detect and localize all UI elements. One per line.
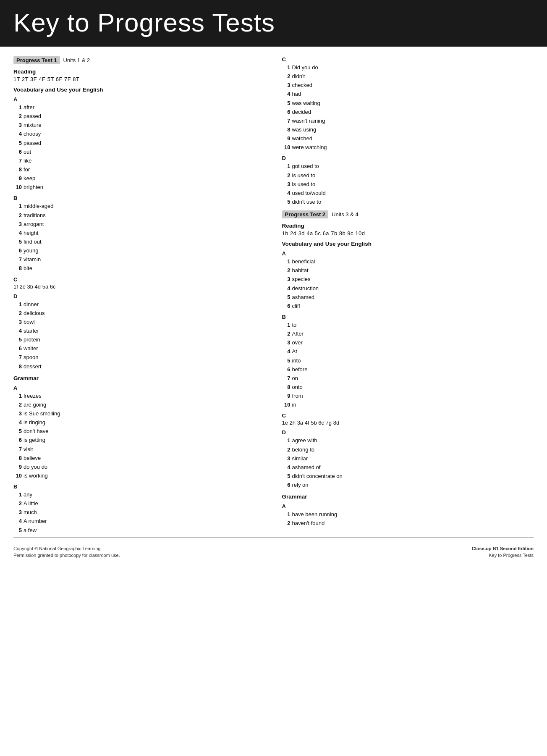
list-item: 8dessert [13,362,265,371]
test2-reading-label: Reading [282,223,534,229]
list-item: 10brighten [13,183,265,192]
test1-vocab-d-list: 1dinner 2delicious 3bowl 4starter 5prote… [13,300,265,371]
footer-copyright: Copyright © National Geographic Learning… [13,545,120,552]
footer-book-title: Close-up B1 Second Edition [472,545,534,552]
test1-grammar-b-label: B [13,483,265,490]
list-item: 4height [13,229,265,237]
list-item: 3arrogant [13,220,265,228]
list-item: 6before [282,365,534,374]
test2-vocab-b-label: B [282,314,534,320]
list-item: 5didn't concentrate on [282,472,534,480]
test2-grammar-a-label: A [282,503,534,509]
list-item: 3much [13,508,265,517]
list-item: 9from [282,392,534,400]
list-item: 3is used to [282,180,534,189]
test1-vocab-b-list: 1middle-aged 2traditions 3arrogant 4heig… [13,202,265,273]
list-item: 6young [13,247,265,255]
test1-reading-answers: 1T 2T 3F 4F 5T 6F 7F 8T [13,76,265,82]
list-item: 5find out [13,238,265,246]
test2-vocab-d-label: D [282,429,534,436]
footer-divider [13,537,534,538]
header: Key to Progress Tests [0,0,547,47]
list-item: 6out [13,148,265,156]
test1-badge: Progress Test 1 [13,56,60,64]
test1-vocab-c-inline: 1f 2e 3b 4d 5a 6c [13,284,265,290]
list-item: 7wasn't raining [282,117,534,125]
list-item: 1Did you do [282,63,534,72]
list-item: 2A little [13,499,265,508]
list-item: 1have been running [282,510,534,519]
grammar-d-label: D [282,155,534,161]
list-item: 6decided [282,108,534,116]
list-item: 3species [282,275,534,284]
list-item: 3bowl [13,318,265,326]
list-item: 5was waiting [282,99,534,108]
test1-vocab-c-label: C [13,276,265,283]
list-item: 1any [13,491,265,499]
test2-vocab-a-list: 1beneficial 2habitat 3species 4destructi… [282,257,534,310]
test1-grammar-label: Grammar [13,375,265,381]
list-item: 5passed [13,139,265,147]
list-item: 1freezes [13,392,265,400]
list-item: 5protein [13,336,265,344]
test1-grammar-a-list: 1freezes 2are going 3is Sue smelling 4is… [13,392,265,480]
list-item: 8was using [282,126,534,134]
list-item: 3over [282,339,534,347]
test1-grammar-b-list: 1any 2A little 3much 4A number 5a few [13,491,265,535]
list-item: 6is getting [13,436,265,444]
test2-grammar-a-list: 1have been running 2haven't found [282,510,534,528]
list-item: 1to [282,321,534,329]
list-item: 2belong to [282,446,534,454]
list-item: 1after [13,103,265,112]
test2-heading: Progress Test 2 Units 3 & 4 [282,210,534,218]
list-item: 4starter [13,327,265,335]
test2-vocab-b-list: 1to 2After 3over 4At 5into 6before 7on 8… [282,321,534,409]
page-title: Key to Progress Tests [13,8,534,37]
list-item: 5ashamed [282,293,534,302]
list-item: 8onto [282,383,534,391]
list-item: 5didn't use to [282,198,534,206]
test1-vocab-b-label: B [13,195,265,201]
list-item: 1middle-aged [13,202,265,210]
test2-vocab-a-label: A [282,250,534,257]
list-item: 2traditions [13,211,265,220]
list-item: 2didn't [282,72,534,81]
list-item: 7spoon [13,353,265,362]
list-item: 1got used to [282,162,534,171]
test1-vocab-a-list: 1after 2passed 3mixture 4choosy 5passed … [13,103,265,192]
list-item: 7like [13,157,265,165]
list-item: 9do you do [13,463,265,471]
test1-grammar-a-label: A [13,385,265,391]
test1-heading: Progress Test 1 Units 1 & 2 [13,56,265,64]
list-item: 6waiter [13,344,265,353]
list-item: 6cliff [282,302,534,310]
test2-vocab-d-list: 1agree with 2belong to 3similar 4ashamed… [282,436,534,489]
list-item: 9watched [282,134,534,143]
test1-vocab-d-label: D [13,293,265,299]
test2-badge: Progress Test 2 [282,210,329,218]
test2-grammar-label: Grammar [282,494,534,500]
list-item: 4is ringing [13,418,265,427]
list-item: 8bite [13,264,265,273]
footer-permission: Permission granted to photocopy for clas… [13,552,120,559]
list-item: 8believe [13,454,265,462]
footer-left: Copyright © National Geographic Learning… [13,545,120,559]
list-item: 2habitat [282,266,534,275]
grammar-c-label: C [282,56,534,63]
footer-key-title: Key to Progress Tests [472,552,534,559]
list-item: 4destruction [282,284,534,293]
list-item: 7vitamin [13,255,265,264]
list-item: 2delicious [13,309,265,318]
list-item: 2haven't found [282,519,534,528]
list-item: 3checked [282,81,534,89]
test2-reading-answers: 1b 2d 3d 4a 5c 6a 7b 8b 9c 10d [282,230,534,236]
grammar-c-list: 1Did you do 2didn't 3checked 4had 5was w… [282,63,534,152]
test1-vocab-a-label: A [13,96,265,102]
list-item: 4used to/would [282,189,534,197]
list-item: 4choosy [13,130,265,138]
list-item: 1dinner [13,300,265,309]
list-item: 7visit [13,445,265,454]
list-item: 2After [282,330,534,338]
test2-vocab-c-label: C [282,412,534,419]
list-item: 10is working [13,472,265,480]
